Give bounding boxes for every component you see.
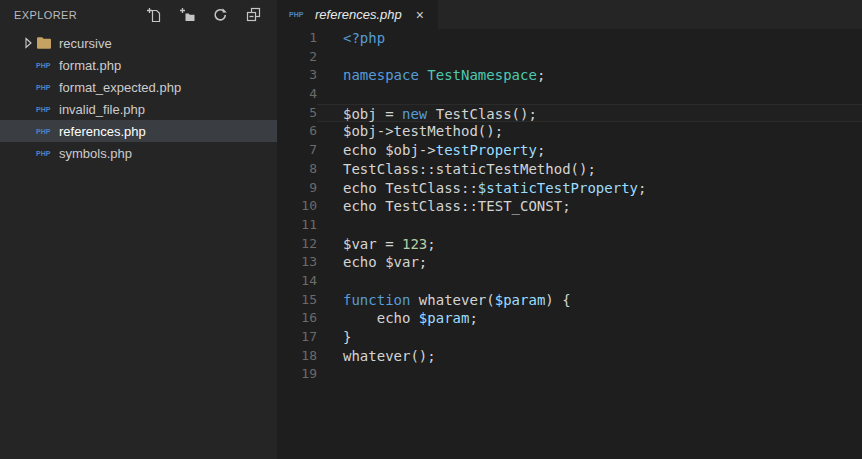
twisty-spacer xyxy=(20,79,36,95)
line-content xyxy=(317,216,862,235)
code-line-11[interactable]: 11 xyxy=(277,216,862,235)
token-plain: TestClass::staticTestMethod(); xyxy=(343,161,596,177)
code-editor[interactable]: 1<?php23namespace TestNamespace;45$obj =… xyxy=(277,29,862,459)
line-number[interactable]: 14 xyxy=(277,272,317,291)
line-number[interactable]: 9 xyxy=(277,179,317,198)
tree-item-format-expected-php[interactable]: PHPformat_expected.php xyxy=(0,76,277,98)
code-line-3[interactable]: 3namespace TestNamespace; xyxy=(277,66,862,85)
token-plain: whatever(); xyxy=(343,348,436,364)
tree-item-recursive[interactable]: recursive xyxy=(0,32,277,54)
code-line-14[interactable]: 14 xyxy=(277,272,862,291)
explorer-sidebar: EXPLORER xyxy=(0,0,277,459)
token-keyword: <?php xyxy=(343,30,385,46)
token-plain: ; xyxy=(537,142,545,158)
tree-item-label: format.php xyxy=(59,58,121,73)
line-number[interactable]: 5 xyxy=(277,104,317,123)
twisty-spacer xyxy=(20,123,36,139)
code-line-13[interactable]: 13echo $var; xyxy=(277,253,862,272)
line-number[interactable]: 1 xyxy=(277,29,317,48)
line-content: $obj = new TestClass(); xyxy=(317,104,862,123)
token-plain: ; xyxy=(427,236,435,252)
collapse-all-icon[interactable] xyxy=(245,7,261,23)
line-number[interactable]: 17 xyxy=(277,328,317,347)
php-file-icon: PHP xyxy=(36,123,56,139)
line-number[interactable]: 18 xyxy=(277,347,317,366)
line-number[interactable]: 10 xyxy=(277,197,317,216)
line-content xyxy=(317,365,862,384)
folder-icon xyxy=(36,35,56,51)
line-number[interactable]: 3 xyxy=(277,66,317,85)
line-content: $var = 123; xyxy=(317,235,862,254)
chevron-right-icon[interactable] xyxy=(20,35,36,51)
token-plain: echo TestClass::TEST_CONST; xyxy=(343,198,571,214)
code-line-2[interactable]: 2 xyxy=(277,48,862,67)
token-class: TestNamespace xyxy=(427,67,537,83)
line-number[interactable]: 15 xyxy=(277,291,317,310)
code-line-19[interactable]: 19 xyxy=(277,365,862,384)
code-line-15[interactable]: 15function whatever($param) { xyxy=(277,291,862,310)
tab-label: references.php xyxy=(315,7,402,22)
php-file-icon: PHP xyxy=(36,145,56,161)
code-line-9[interactable]: 9echo TestClass::$staticTestProperty; xyxy=(277,179,862,198)
tab-close-icon[interactable]: × xyxy=(412,8,428,22)
code-line-12[interactable]: 12$var = 123; xyxy=(277,235,862,254)
tree-item-label: references.php xyxy=(59,124,146,139)
line-content: namespace TestNamespace; xyxy=(317,66,862,85)
code-line-18[interactable]: 18whatever(); xyxy=(277,347,862,366)
token-property: $staticTestProperty xyxy=(478,180,638,196)
line-number[interactable]: 4 xyxy=(277,85,317,104)
explorer-title: EXPLORER xyxy=(14,9,77,21)
code-line-7[interactable]: 7echo $obj->testProperty; xyxy=(277,141,862,160)
tree-item-references-php[interactable]: PHPreferences.php xyxy=(0,120,277,142)
tab-references-php[interactable]: PHP references.php × xyxy=(277,0,438,29)
line-content: echo $param; xyxy=(317,309,862,328)
php-file-icon: PHP xyxy=(289,7,309,23)
code-line-17[interactable]: 17} xyxy=(277,328,862,347)
workbench: EXPLORER xyxy=(0,0,862,459)
code-line-1[interactable]: 1<?php xyxy=(277,29,862,48)
token-plain: $obj->testMethod(); xyxy=(343,123,503,139)
token-plain: $obj = xyxy=(343,106,402,122)
line-number[interactable]: 19 xyxy=(277,365,317,384)
line-number[interactable]: 16 xyxy=(277,309,317,328)
tree-item-invalid-file-php[interactable]: PHPinvalid_file.php xyxy=(0,98,277,120)
token-property: $param xyxy=(495,292,546,308)
new-folder-icon[interactable] xyxy=(179,7,195,23)
token-plain: echo xyxy=(343,310,419,326)
line-number[interactable]: 6 xyxy=(277,122,317,141)
token-keyword: namespace xyxy=(343,67,419,83)
token-keyword: function xyxy=(343,292,410,308)
line-number[interactable]: 13 xyxy=(277,253,317,272)
token-plain: ; xyxy=(537,67,545,83)
code-line-6[interactable]: 6$obj->testMethod(); xyxy=(277,122,862,141)
line-number[interactable]: 11 xyxy=(277,216,317,235)
token-plain: TestClass(); xyxy=(427,106,537,122)
code-line-4[interactable]: 4 xyxy=(277,85,862,104)
twisty-spacer xyxy=(20,145,36,161)
refresh-icon[interactable] xyxy=(212,7,228,23)
line-content: } xyxy=(317,328,862,347)
tab-bar: PHP references.php × xyxy=(277,0,862,29)
line-number[interactable]: 2 xyxy=(277,48,317,67)
tree-item-symbols-php[interactable]: PHPsymbols.php xyxy=(0,142,277,164)
line-content xyxy=(317,85,862,104)
line-content: $obj->testMethod(); xyxy=(317,122,862,141)
line-number[interactable]: 7 xyxy=(277,141,317,160)
code-line-8[interactable]: 8TestClass::staticTestMethod(); xyxy=(277,160,862,179)
code-line-5[interactable]: 5$obj = new TestClass(); xyxy=(277,104,862,123)
code-line-16[interactable]: 16 echo $param; xyxy=(277,309,862,328)
line-number[interactable]: 8 xyxy=(277,160,317,179)
new-file-icon[interactable] xyxy=(146,7,162,23)
token-plain: echo $obj-> xyxy=(343,142,436,158)
explorer-actions xyxy=(146,7,261,23)
tree-item-format-php[interactable]: PHPformat.php xyxy=(0,54,277,76)
line-number[interactable]: 12 xyxy=(277,235,317,254)
token-plain: echo $var; xyxy=(343,254,427,270)
line-content: TestClass::staticTestMethod(); xyxy=(317,160,862,179)
file-tree: recursivePHPformat.phpPHPformat_expected… xyxy=(0,30,277,459)
token-plain: ; xyxy=(638,180,646,196)
token-property: testProperty xyxy=(436,142,537,158)
code-line-10[interactable]: 10echo TestClass::TEST_CONST; xyxy=(277,197,862,216)
explorer-header: EXPLORER xyxy=(0,0,277,30)
editor-area: PHP references.php × 1<?php23namespace T… xyxy=(277,0,862,459)
